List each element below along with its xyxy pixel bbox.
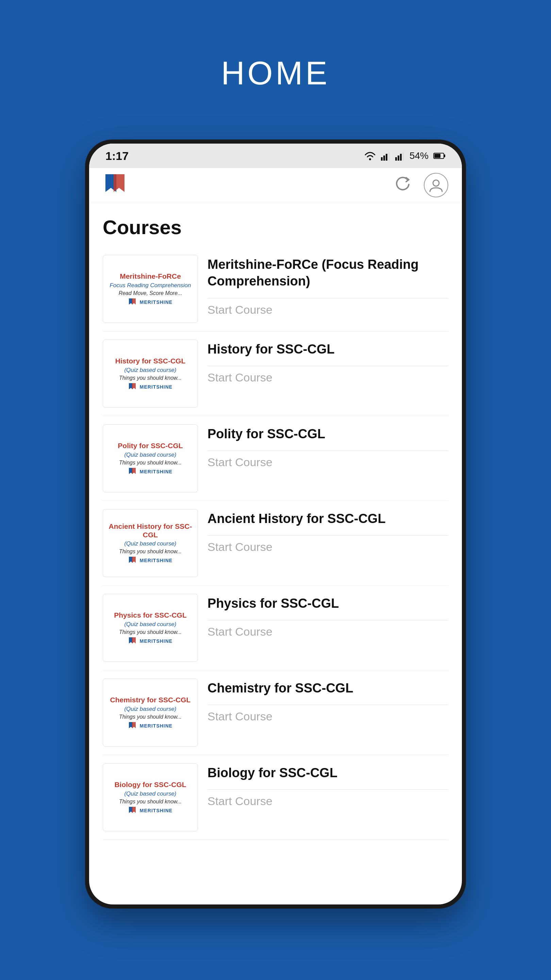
thumb-title: Ancient History for SSC-CGL [106, 522, 195, 539]
thumb-logo: MERITSHINE [128, 383, 172, 391]
refresh-icon [394, 176, 411, 193]
svg-rect-2 [383, 156, 385, 161]
svg-rect-3 [386, 154, 387, 161]
svg-rect-8 [402, 152, 404, 161]
phone-screen: 1:17 [89, 143, 462, 904]
course-info-6: Chemistry for SSC-CGLStart Course [208, 679, 448, 724]
thumb-subtitle: (Quiz based course) [124, 791, 176, 797]
divider [208, 620, 448, 620]
thumb-subtitle: (Quiz based course) [124, 452, 176, 458]
course-info-5: Physics for SSC-CGLStart Course [208, 594, 448, 640]
thumb-tagline: Things you should know... [119, 375, 182, 381]
thumb-subtitle: (Quiz based course) [124, 540, 176, 547]
thumb-logo: MERITSHINE [128, 298, 172, 306]
divider [208, 789, 448, 790]
phone-frame: 1:17 [85, 140, 466, 908]
course-thumbnail-5: Physics for SSC-CGL(Quiz based course)Th… [103, 594, 198, 662]
start-course-label[interactable]: Start Course [208, 303, 448, 317]
svg-point-0 [369, 158, 371, 160]
course-name: Chemistry for SSC-CGL [208, 680, 448, 697]
svg-rect-5 [395, 157, 397, 161]
course-name: History for SSC-CGL [208, 341, 448, 358]
svg-rect-1 [381, 157, 383, 161]
course-item-4[interactable]: Ancient History for SSC-CGL(Quiz based c… [103, 501, 448, 585]
course-name: Meritshine-FoRCe (Focus Reading Comprehe… [208, 256, 448, 290]
thumb-title: Physics for SSC-CGL [114, 611, 187, 619]
app-logo [103, 174, 130, 196]
profile-icon [429, 178, 443, 192]
thumb-subtitle: (Quiz based course) [124, 621, 176, 628]
course-list: Meritshine-FoRCeFocus Reading Comprehens… [103, 247, 448, 840]
thumb-logo: MERITSHINE [128, 468, 172, 476]
course-item-7[interactable]: Biology for SSC-CGL(Quiz based course)Th… [103, 755, 448, 840]
divider [208, 705, 448, 705]
thumb-tagline: Things you should know... [119, 549, 182, 555]
course-name: Ancient History for SSC-CGL [208, 511, 448, 527]
thumb-subtitle: Focus Reading Comprehension [110, 282, 191, 289]
course-thumbnail-3: Polity for SSC-CGL(Quiz based course)Thi… [103, 424, 198, 492]
courses-container[interactable]: Courses Meritshine-FoRCeFocus Reading Co… [89, 202, 462, 904]
courses-title: Courses [103, 202, 448, 247]
battery-icon [433, 152, 446, 159]
battery-text: 54% [410, 150, 429, 161]
signal-icon-2 [395, 151, 405, 161]
svg-rect-11 [434, 154, 440, 158]
course-thumbnail-6: Chemistry for SSC-CGL(Quiz based course)… [103, 679, 198, 746]
thumb-title: Chemistry for SSC-CGL [110, 695, 191, 704]
thumb-logo: MERITSHINE [128, 722, 172, 730]
course-item-5[interactable]: Physics for SSC-CGL(Quiz based course)Th… [103, 585, 448, 670]
svg-rect-7 [400, 154, 402, 161]
start-course-label[interactable]: Start Course [208, 625, 448, 638]
course-info-4: Ancient History for SSC-CGLStart Course [208, 509, 448, 555]
thumb-logo: MERITSHINE [128, 637, 172, 645]
course-item-1[interactable]: Meritshine-FoRCeFocus Reading Comprehens… [103, 247, 448, 331]
divider [208, 535, 448, 536]
wifi-icon [364, 151, 376, 161]
thumb-logo: MERITSHINE [128, 807, 172, 814]
svg-rect-10 [444, 154, 445, 157]
course-name: Biology for SSC-CGL [208, 765, 448, 781]
course-thumbnail-7: Biology for SSC-CGL(Quiz based course)Th… [103, 763, 198, 831]
course-name: Polity for SSC-CGL [208, 426, 448, 442]
svg-point-12 [433, 180, 439, 186]
app-header [89, 168, 462, 202]
thumb-tagline: Things you should know... [119, 714, 182, 720]
start-course-label[interactable]: Start Course [208, 456, 448, 469]
status-time: 1:17 [105, 150, 129, 163]
svg-rect-4 [388, 152, 390, 161]
start-course-label[interactable]: Start Course [208, 540, 448, 554]
course-item-3[interactable]: Polity for SSC-CGL(Quiz based course)Thi… [103, 416, 448, 501]
thumb-subtitle: (Quiz based course) [124, 367, 176, 374]
thumb-logo: MERITSHINE [128, 557, 172, 564]
status-bar: 1:17 [89, 143, 462, 168]
logo-icon [103, 174, 130, 196]
course-thumbnail-4: Ancient History for SSC-CGL(Quiz based c… [103, 509, 198, 577]
thumb-title: Meritshine-FoRCe [120, 272, 181, 280]
divider [208, 450, 448, 451]
refresh-button[interactable] [394, 176, 411, 195]
course-thumbnail-2: History for SSC-CGL(Quiz based course)Th… [103, 340, 198, 408]
course-item-6[interactable]: Chemistry for SSC-CGL(Quiz based course)… [103, 670, 448, 755]
course-info-3: Polity for SSC-CGLStart Course [208, 424, 448, 470]
course-name: Physics for SSC-CGL [208, 595, 448, 612]
course-info-2: History for SSC-CGLStart Course [208, 340, 448, 385]
thumb-tagline: Things you should know... [119, 460, 182, 466]
status-icons: 54% [364, 150, 446, 161]
svg-rect-6 [398, 156, 399, 161]
thumb-tagline: Things you should know... [119, 629, 182, 635]
thumb-tagline: Read Move, Score More... [119, 290, 182, 296]
thumb-title: History for SSC-CGL [115, 356, 186, 365]
thumb-subtitle: (Quiz based course) [124, 706, 176, 713]
header-actions [394, 173, 448, 197]
course-item-2[interactable]: History for SSC-CGL(Quiz based course)Th… [103, 331, 448, 416]
start-course-label[interactable]: Start Course [208, 795, 448, 808]
page-title: HOME [221, 54, 330, 92]
start-course-label[interactable]: Start Course [208, 710, 448, 723]
course-thumbnail-1: Meritshine-FoRCeFocus Reading Comprehens… [103, 255, 198, 323]
thumb-title: Polity for SSC-CGL [118, 441, 183, 450]
profile-button[interactable] [424, 173, 448, 197]
course-info-1: Meritshine-FoRCe (Focus Reading Comprehe… [208, 255, 448, 318]
course-info-7: Biology for SSC-CGLStart Course [208, 763, 448, 809]
start-course-label[interactable]: Start Course [208, 371, 448, 384]
thumb-tagline: Things you should know... [119, 799, 182, 805]
